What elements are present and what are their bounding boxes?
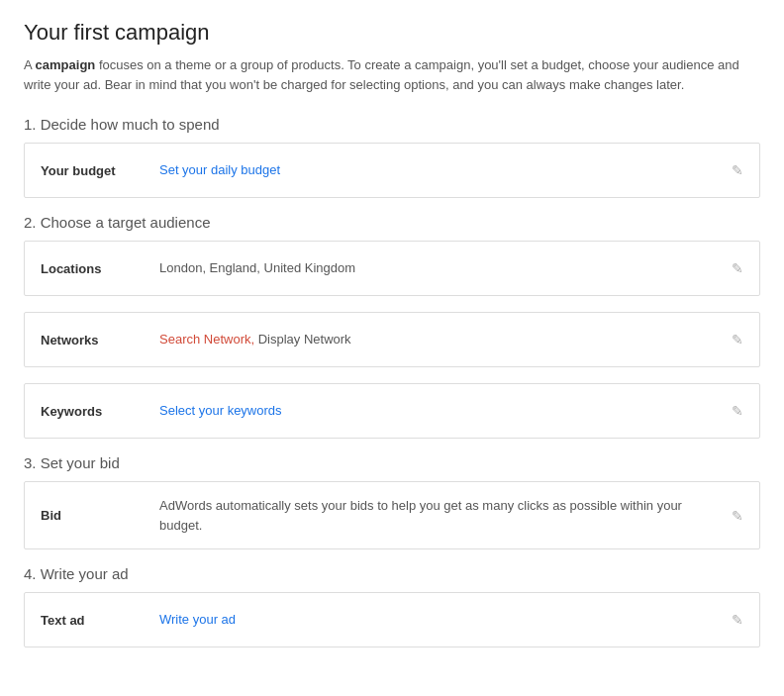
networks-row: Networks Search Network, Display Network [25, 313, 759, 366]
select-keywords-link[interactable]: Select your keywords [159, 403, 282, 418]
locations-label: Locations [41, 261, 159, 276]
budget-value: Set your daily budget [159, 160, 722, 180]
budget-label: Your budget [41, 163, 159, 178]
bid-row: Bid AdWords automatically sets your bids… [25, 482, 759, 548]
networks-edit-icon[interactable] [732, 332, 743, 348]
section-ad: 4. Write your ad Text ad Write your ad [24, 565, 760, 647]
section-spend-title: 1. Decide how much to spend [24, 116, 760, 133]
bid-label: Bid [41, 508, 159, 523]
networks-label: Networks [41, 333, 159, 348]
locations-value: London, England, United Kingdom [159, 258, 722, 278]
bid-card: Bid AdWords automatically sets your bids… [24, 481, 760, 549]
text-ad-label: Text ad [41, 613, 159, 628]
write-your-ad-link[interactable]: Write your ad [159, 612, 236, 627]
bid-edit-icon[interactable] [732, 508, 743, 524]
text-ad-card: Text ad Write your ad [24, 592, 760, 647]
keywords-row: Keywords Select your keywords [25, 384, 759, 438]
locations-card: Locations London, England, United Kingdo… [24, 241, 760, 296]
page-intro: A campaign focuses on a theme or a group… [24, 55, 760, 94]
text-ad-row: Text ad Write your ad [25, 593, 759, 646]
page-title: Your first campaign [24, 20, 760, 46]
text-ad-value: Write your ad [159, 610, 722, 630]
networks-card: Networks Search Network, Display Network [24, 312, 760, 367]
keywords-edit-icon[interactable] [732, 403, 743, 419]
networks-highlight: Search Network, [159, 332, 254, 347]
section-bid: 3. Set your bid Bid AdWords automaticall… [24, 454, 760, 549]
keywords-value: Select your keywords [159, 401, 722, 421]
locations-row: Locations London, England, United Kingdo… [25, 242, 759, 295]
locations-edit-icon[interactable] [732, 260, 743, 276]
section-audience-title: 2. Choose a target audience [24, 214, 760, 231]
budget-row: Your budget Set your daily budget [25, 144, 759, 197]
budget-card: Your budget Set your daily budget [24, 143, 760, 198]
set-daily-budget-link[interactable]: Set your daily budget [159, 162, 280, 177]
section-ad-title: 4. Write your ad [24, 565, 760, 582]
bid-value: AdWords automatically sets your bids to … [159, 496, 722, 535]
networks-value: Search Network, Display Network [159, 330, 722, 349]
section-audience: 2. Choose a target audience Locations Lo… [24, 214, 760, 439]
keywords-card: Keywords Select your keywords [24, 383, 760, 439]
keywords-label: Keywords [41, 404, 159, 419]
text-ad-edit-icon[interactable] [732, 612, 743, 628]
section-bid-title: 3. Set your bid [24, 454, 760, 471]
section-spend: 1. Decide how much to spend Your budget … [24, 116, 760, 198]
budget-edit-icon[interactable] [732, 162, 743, 178]
